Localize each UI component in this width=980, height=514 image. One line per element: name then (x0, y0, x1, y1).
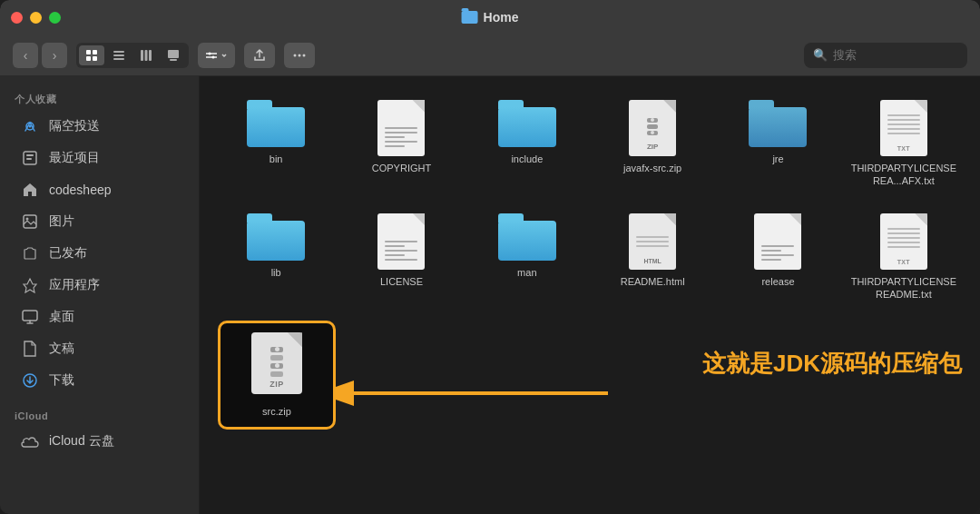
nav-buttons: ‹ › (13, 43, 67, 68)
folder-body (749, 107, 807, 147)
doc-lines (385, 127, 417, 147)
file-item-include[interactable]: include (469, 94, 585, 193)
action-button[interactable] (284, 43, 315, 68)
doc-icon-copyright (377, 100, 425, 156)
html-icon-readme: HTML (629, 213, 676, 270)
sidebar-label-recents: 最近项目 (49, 150, 100, 166)
apps-icon (20, 275, 40, 295)
sidebar-label-desktop: 桌面 (49, 309, 74, 325)
file-item-javafx[interactable]: ZIP javafx-src.zip (594, 94, 710, 193)
txt-line (887, 232, 920, 234)
close-button[interactable] (11, 12, 23, 24)
sidebar-item-downloads[interactable]: 下载 (5, 365, 193, 396)
sidebar-label-published: 已发布 (49, 245, 87, 262)
titlebar: Home (0, 0, 980, 35)
doc-line-short (385, 245, 405, 247)
search-box[interactable]: 🔍 (804, 43, 967, 68)
folder-icon-man (498, 213, 556, 261)
svg-rect-26 (23, 311, 37, 321)
file-label-javafx: javafx-src.zip (623, 162, 681, 174)
zip-icon-javafx: ZIP (629, 100, 676, 156)
zip-zipper-large (270, 347, 283, 377)
file-item-man[interactable]: man (469, 208, 585, 307)
sidebar-item-desktop[interactable]: 桌面 (5, 301, 193, 332)
doc-lines (385, 241, 417, 261)
svg-rect-11 (170, 59, 177, 61)
annotation-arrow (336, 366, 626, 420)
doc-lines (761, 245, 794, 261)
forward-button[interactable]: › (42, 43, 67, 68)
back-button[interactable]: ‹ (13, 43, 38, 68)
view-cover-button[interactable] (161, 45, 186, 65)
window-title: Home (484, 10, 519, 25)
file-item-copyright[interactable]: COPYRIGHT (343, 94, 459, 193)
file-label-readme: README.html (621, 275, 685, 288)
svg-point-17 (299, 54, 301, 56)
sidebar-item-airdrop[interactable]: 隔空投送 (5, 111, 193, 142)
sidebar-label-downloads: 下载 (49, 372, 74, 389)
svg-rect-3 (93, 56, 97, 61)
svg-rect-9 (149, 50, 152, 61)
txt-lines (887, 114, 920, 134)
sidebar-item-recents[interactable]: 最近项目 (5, 143, 193, 173)
search-icon: 🔍 (813, 48, 828, 62)
txt-line (887, 242, 920, 243)
svg-rect-8 (145, 50, 148, 61)
doc-line (761, 245, 794, 247)
sidebar-label-apps: 应用程序 (49, 277, 100, 293)
view-options-dropdown[interactable] (198, 43, 235, 68)
view-columns-button[interactable] (133, 45, 159, 65)
zip-corner (288, 332, 302, 347)
maximize-button[interactable] (49, 12, 61, 24)
sidebar-item-apps[interactable]: 应用程序 (5, 270, 193, 301)
txt-line (636, 245, 669, 247)
view-grid-button[interactable] (79, 45, 104, 65)
doc-line (385, 127, 417, 129)
file-item-srczip[interactable]: ZIP src.zip (218, 321, 336, 430)
folder-icon-jre (749, 100, 807, 147)
file-label-third1: THIRDPARTYLICENSEREA...AFX.txt (851, 162, 956, 188)
doc-icon-release (754, 213, 801, 270)
folder-icon-lib (247, 213, 305, 261)
sidebar-item-published[interactable]: 已发布 (5, 238, 193, 269)
sidebar-item-pictures[interactable]: 图片 (5, 206, 193, 237)
doc-line (385, 132, 417, 133)
file-item-jre[interactable]: jre (720, 94, 836, 193)
folder-body (247, 221, 305, 261)
file-label-copyright: COPYRIGHT (372, 162, 431, 174)
svg-point-15 (212, 55, 215, 58)
doc-line (385, 141, 417, 143)
sidebar-item-docs[interactable]: 文稿 (5, 333, 193, 364)
file-item-bin[interactable]: bin (218, 94, 334, 193)
folder-icon-include (498, 100, 556, 147)
file-item-third1[interactable]: TXT THIRDPARTYLICENSEREA...AFX.txt (846, 94, 962, 193)
txt-line (887, 246, 920, 248)
doc-line-short (385, 254, 405, 256)
svg-rect-4 (113, 51, 124, 53)
sidebar-item-codesheep[interactable]: codesheep (5, 174, 193, 205)
zip-seg (647, 131, 658, 135)
sidebar-label-pictures: 图片 (49, 213, 74, 230)
minimize-button[interactable] (30, 12, 42, 24)
txt-line (636, 236, 669, 238)
zip-large-icon: ZIP (250, 332, 304, 400)
file-item-release[interactable]: release (720, 208, 836, 307)
file-item-license[interactable]: LICENSE (343, 208, 459, 307)
search-input[interactable] (833, 48, 958, 62)
file-item-lib[interactable]: lib (218, 208, 334, 307)
share-button[interactable] (244, 43, 275, 68)
svg-rect-24 (24, 215, 36, 228)
folder-body (498, 107, 556, 147)
sidebar-label-codesheep: codesheep (49, 183, 112, 197)
file-item-readme[interactable]: HTML README.html (594, 208, 710, 307)
file-item-third2[interactable]: TXT THIRDPARTYLICENSEREADME.txt (846, 208, 962, 307)
sidebar-item-icloud-drive[interactable]: iCloud 云盘 (5, 426, 193, 457)
icloud-icon (20, 431, 40, 451)
txt-line (887, 228, 920, 230)
annotation-label: 这就是JDK源码的压缩包 (702, 350, 962, 377)
row3-area: ZIP src.zip 这就是JDK源码的压缩包 (218, 321, 962, 466)
zip-zipper (647, 118, 658, 135)
doc-line (385, 241, 417, 242)
zip-badge: ZIP (647, 143, 658, 151)
view-list-button[interactable] (106, 45, 132, 65)
